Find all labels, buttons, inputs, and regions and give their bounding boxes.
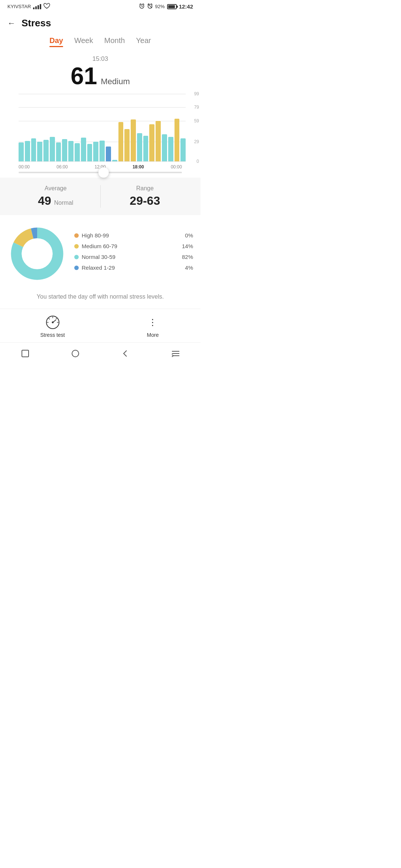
bar <box>100 141 105 161</box>
legend-label-relaxed: Relaxed 1-29 <box>82 264 115 271</box>
legend-label-high: High 80-99 <box>82 232 109 239</box>
legend-pct-medium: 14% <box>182 243 193 249</box>
nav-bar <box>0 342 200 366</box>
bar <box>81 138 86 161</box>
tab-week[interactable]: Week <box>74 36 93 47</box>
nav-menu-button[interactable] <box>170 348 181 359</box>
bar <box>25 141 30 161</box>
time-0600: 06:00 <box>56 164 68 170</box>
time-2400: 00:00 <box>171 164 182 170</box>
bar <box>31 138 36 161</box>
bar <box>68 141 74 161</box>
bar <box>37 142 42 161</box>
bar <box>156 121 161 161</box>
bottom-actions: Stress test ⋮ More <box>0 309 200 342</box>
current-value: 61 <box>71 64 97 88</box>
bar <box>112 160 117 161</box>
description-text: You started the day off with normal stre… <box>0 289 200 309</box>
bar <box>93 142 98 161</box>
nav-circle-button[interactable] <box>70 348 81 359</box>
bar <box>19 142 24 161</box>
current-label: Medium <box>101 77 130 86</box>
slider-row[interactable] <box>0 170 200 173</box>
bar <box>43 140 49 161</box>
range-label: Range <box>101 185 190 192</box>
tab-year[interactable]: Year <box>136 36 151 47</box>
svg-rect-11 <box>22 350 29 357</box>
tabs-container: Day Week Month Year <box>0 32 200 47</box>
legend-item-normal: Normal 30-59 82% <box>74 254 193 260</box>
nav-back-button[interactable] <box>120 348 131 359</box>
bar <box>124 129 130 161</box>
legend-pct-normal: 82% <box>182 254 193 260</box>
stress-test-button[interactable]: Stress test <box>40 315 65 338</box>
current-value-row: 61 Medium <box>0 64 200 88</box>
bar <box>62 139 67 161</box>
stat-range: Range 29-63 <box>100 185 190 208</box>
gauge-icon <box>45 315 60 330</box>
bar <box>56 142 61 161</box>
more-label: More <box>147 332 159 338</box>
bar <box>137 133 142 161</box>
battery-icon <box>167 4 177 9</box>
chart-bars <box>19 94 186 161</box>
bar <box>149 124 154 161</box>
legend-dot-relaxed <box>74 266 79 270</box>
slider-thumb[interactable] <box>98 167 109 178</box>
legend-dot-normal <box>74 255 79 259</box>
bar <box>162 134 167 161</box>
bar <box>106 147 111 161</box>
legend-pct-high: 0% <box>185 232 193 239</box>
tab-day[interactable]: Day <box>49 36 63 47</box>
bar <box>75 143 80 161</box>
back-button[interactable]: ← <box>7 19 16 28</box>
battery-pct: 92% <box>155 4 165 9</box>
status-bar: KYIVSTAR 92% 12:42 <box>0 0 200 11</box>
bar <box>87 144 92 161</box>
stress-test-label: Stress test <box>40 332 65 338</box>
stat-average: Average 49 Normal <box>11 185 100 208</box>
donut-svg <box>7 224 67 283</box>
nav-square-button[interactable] <box>20 348 31 359</box>
legend-dot-medium <box>74 244 79 249</box>
bar <box>180 138 186 161</box>
donut-section: High 80-99 0% Medium 60-79 14% Normal 30… <box>0 215 200 289</box>
health-icon <box>43 3 50 10</box>
more-button[interactable]: ⋮ More <box>146 315 160 338</box>
svg-line-5 <box>53 320 56 322</box>
svg-line-10 <box>56 318 56 319</box>
slider-track[interactable] <box>19 172 182 173</box>
bar <box>175 119 180 161</box>
bar <box>50 137 55 161</box>
tab-month[interactable]: Month <box>104 36 125 47</box>
stress-chart: 99 79 59 29 0 <box>0 91 200 172</box>
page-title: Stress <box>22 17 51 29</box>
average-sublabel: Normal <box>54 200 74 206</box>
donut-hole <box>22 238 52 269</box>
stats-section: Average 49 Normal Range 29-63 <box>0 178 200 215</box>
legend-pct-relaxed: 4% <box>185 264 193 271</box>
bar <box>118 122 124 161</box>
legend-dot-high <box>74 233 79 238</box>
time-label: 12:42 <box>179 3 193 10</box>
more-icon: ⋮ <box>146 315 160 330</box>
header: ← Stress <box>0 11 200 32</box>
legend-item-relaxed: Relaxed 1-29 4% <box>74 264 193 271</box>
time-1800: 18:00 <box>133 164 144 170</box>
signal-icon <box>33 4 41 9</box>
time-0000: 00:00 <box>19 164 30 170</box>
bar <box>131 119 136 161</box>
mute-icon <box>147 3 153 10</box>
alarm-icon <box>139 3 145 10</box>
carrier-label: KYIVSTAR <box>7 4 31 9</box>
svg-point-12 <box>72 350 79 357</box>
svg-line-9 <box>49 318 49 319</box>
legend-label-medium: Medium 60-79 <box>82 243 117 249</box>
average-value: 49 <box>38 194 51 207</box>
legend-item-medium: Medium 60-79 14% <box>74 243 193 249</box>
bar <box>143 136 149 161</box>
bar <box>168 137 173 161</box>
status-left: KYIVSTAR <box>7 3 50 10</box>
donut-chart <box>7 224 67 283</box>
legend: High 80-99 0% Medium 60-79 14% Normal 30… <box>74 232 193 275</box>
